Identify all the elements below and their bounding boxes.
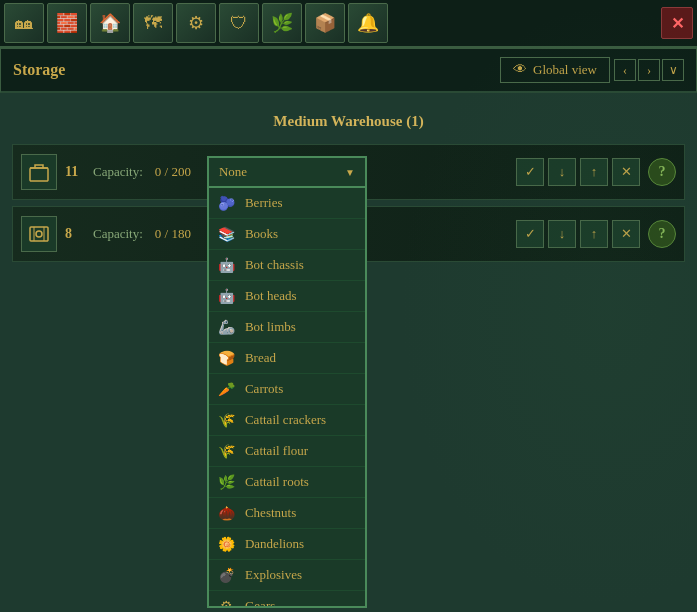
books-icon: 📚: [217, 224, 237, 244]
nav-prev-button[interactable]: ‹: [614, 59, 636, 81]
dropdown-item-label: Gears: [245, 598, 275, 608]
nav-arrows: ‹ › ∨: [614, 59, 684, 81]
carrots-icon: 🥕: [217, 379, 237, 399]
cattail-roots-icon: 🌿: [217, 472, 237, 492]
eye-icon: 👁: [513, 62, 527, 78]
storage-number-2: 8: [65, 226, 85, 242]
clear-button-2[interactable]: ✕: [612, 220, 640, 248]
global-view-button[interactable]: 👁 Global view: [500, 57, 610, 83]
dropdown-item-label: Books: [245, 226, 278, 242]
dropdown-select-1[interactable]: None ▼: [207, 156, 367, 188]
toolbar-btn-6[interactable]: 🛡: [219, 3, 259, 43]
toolbar-btn-2[interactable]: 🧱: [47, 3, 87, 43]
dropdown-item-bread[interactable]: 🍞 Bread: [209, 343, 365, 374]
bot-heads-icon: 🤖: [217, 286, 237, 306]
dropdown-item-label: Bread: [245, 350, 276, 366]
dropdown-item-bot-heads[interactable]: 🤖 Bot heads: [209, 281, 365, 312]
dropdown-item-cattail-flour[interactable]: 🌾 Cattail flour: [209, 436, 365, 467]
dropdown-item-bot-chassis[interactable]: 🤖 Bot chassis: [209, 250, 365, 281]
dropdown-arrow-icon: ▼: [345, 167, 355, 178]
close-button[interactable]: ✕: [661, 7, 693, 39]
action-buttons-1: ✓ ↓ ↑ ✕ ?: [516, 158, 676, 186]
svg-rect-1: [30, 227, 48, 241]
dropdown-value-1: None: [219, 164, 247, 180]
help-button-2[interactable]: ?: [648, 220, 676, 248]
dropdown-item-label: Bot limbs: [245, 319, 296, 335]
storage-label: Storage: [13, 61, 65, 79]
dropdown-item-dandelions[interactable]: 🌼 Dandelions: [209, 529, 365, 560]
dropdown-item-label: Bot chassis: [245, 257, 304, 273]
cattail-crackers-icon: 🌾: [217, 410, 237, 430]
bot-chassis-icon: 🤖: [217, 255, 237, 275]
storage-row-1: 11 Capacity: 0 / 200 None ▼ 🫐 Berries 📚 …: [12, 144, 685, 200]
storage-icon-1: [21, 154, 57, 190]
toolbar-btn-8[interactable]: 📦: [305, 3, 345, 43]
nav-next-button[interactable]: ›: [638, 59, 660, 81]
berries-icon: 🫐: [217, 193, 237, 213]
toolbar-btn-1[interactable]: 🏘: [4, 3, 44, 43]
dropdown-item-gears[interactable]: ⚙ Gears: [209, 591, 365, 608]
bread-icon: 🍞: [217, 348, 237, 368]
warehouse-title: Medium Warehouse (1): [12, 109, 685, 134]
dropdown-item-label: Cattail flour: [245, 443, 308, 459]
dropdown-item-label: Berries: [245, 195, 283, 211]
storage-title-bar: Storage 👁 Global view ‹ › ∨: [0, 48, 697, 93]
dropdown-item-label: Cattail roots: [245, 474, 309, 490]
dropdown-list-1: 🫐 Berries 📚 Books 🤖 Bot chassis 🤖 Bot he…: [207, 188, 367, 608]
dropdown-item-label: Dandelions: [245, 536, 304, 552]
dropdown-item-cattail-crackers[interactable]: 🌾 Cattail crackers: [209, 405, 365, 436]
dropdown-item-chestnuts[interactable]: 🌰 Chestnuts: [209, 498, 365, 529]
bot-limbs-icon: 🦾: [217, 317, 237, 337]
down-button-1[interactable]: ↓: [548, 158, 576, 186]
capacity-value-1: 0 / 200: [155, 164, 191, 180]
capacity-label-2: Capacity:: [93, 226, 143, 242]
capacity-value-2: 0 / 180: [155, 226, 191, 242]
dropdown-item-bot-limbs[interactable]: 🦾 Bot limbs: [209, 312, 365, 343]
dropdown-item-books[interactable]: 📚 Books: [209, 219, 365, 250]
check-button-1[interactable]: ✓: [516, 158, 544, 186]
storage-icon-2: [21, 216, 57, 252]
dropdown-container-1: None ▼ 🫐 Berries 📚 Books 🤖 Bot chassis: [207, 156, 367, 188]
dropdown-item-label: Explosives: [245, 567, 302, 583]
dropdown-item-berries[interactable]: 🫐 Berries: [209, 188, 365, 219]
up-button-2[interactable]: ↑: [580, 220, 608, 248]
dropdown-item-label: Cattail crackers: [245, 412, 326, 428]
up-button-1[interactable]: ↑: [580, 158, 608, 186]
svg-rect-0: [30, 168, 48, 181]
toolbar-btn-4[interactable]: 🗺: [133, 3, 173, 43]
help-button-1[interactable]: ?: [648, 158, 676, 186]
down-button-2[interactable]: ↓: [548, 220, 576, 248]
dropdown-item-cattail-roots[interactable]: 🌿 Cattail roots: [209, 467, 365, 498]
cattail-flour-icon: 🌾: [217, 441, 237, 461]
check-button-2[interactable]: ✓: [516, 220, 544, 248]
action-buttons-2: ✓ ↓ ↑ ✕ ?: [516, 220, 676, 248]
toolbar-btn-7[interactable]: 🌿: [262, 3, 302, 43]
dandelions-icon: 🌼: [217, 534, 237, 554]
toolbar-btn-9[interactable]: 🔔: [348, 3, 388, 43]
top-toolbar: 🏘 🧱 🏠 🗺 ⚙ 🛡 🌿 📦 🔔 ✕: [0, 0, 697, 48]
dropdown-item-label: Chestnuts: [245, 505, 296, 521]
main-content: Medium Warehouse (1) 11 Capacity: 0 / 20…: [0, 101, 697, 276]
clear-button-1[interactable]: ✕: [612, 158, 640, 186]
global-view-label: Global view: [533, 62, 597, 78]
chestnuts-icon: 🌰: [217, 503, 237, 523]
toolbar-btn-5[interactable]: ⚙: [176, 3, 216, 43]
explosives-icon: 💣: [217, 565, 237, 585]
storage-number-1: 11: [65, 164, 85, 180]
dropdown-item-label: Carrots: [245, 381, 283, 397]
toolbar-btn-3[interactable]: 🏠: [90, 3, 130, 43]
dropdown-item-label: Bot heads: [245, 288, 297, 304]
dropdown-item-carrots[interactable]: 🥕 Carrots: [209, 374, 365, 405]
gears-icon: ⚙: [217, 596, 237, 608]
nav-down-button[interactable]: ∨: [662, 59, 684, 81]
capacity-label-1: Capacity:: [93, 164, 143, 180]
dropdown-item-explosives[interactable]: 💣 Explosives: [209, 560, 365, 591]
